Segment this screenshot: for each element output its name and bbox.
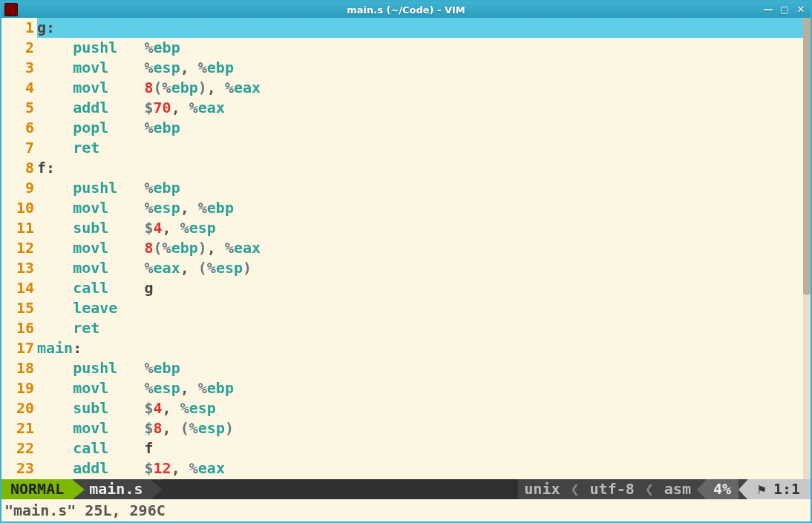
line-number: 10 [1,198,34,218]
line-number: 7 [1,138,34,158]
position-text: 1:1 [773,479,800,499]
maximize-button[interactable]: ▢ [779,4,790,15]
line-number: 3 [1,58,34,78]
code-line[interactable]: subl $4, %esp [37,218,803,238]
separator-icon [697,480,706,499]
code-line[interactable]: addl $70, %eax [37,98,803,118]
line-number: 22 [1,438,34,458]
line-number: 12 [1,238,34,258]
code-line[interactable]: call f [37,438,803,458]
code-line[interactable]: leave [37,298,803,318]
statusline-right: unix ❮ utf-8 ❮ asm 4% ⚑ 1:1 [518,479,811,499]
line-number: 11 [1,218,34,238]
code-line[interactable]: main: [37,338,803,358]
flag-icon: ⚑ [758,479,766,499]
status-line: NORMAL main.s unix ❮ utf-8 ❮ asm 4% ⚑ 1:… [1,479,811,499]
filetype-text: asm [658,479,697,499]
editor-area[interactable]: 1234567891011121314151617181920212223 g:… [1,18,811,479]
line-number-gutter: 1234567891011121314151617181920212223 [1,18,37,479]
line-number: 8 [1,158,34,178]
percent-segment: 4% [706,479,739,499]
vim-window: main.s (~/Code) - VIM — ▢ ✕ 123456789101… [0,0,812,523]
filename-segment: main.s [85,479,150,499]
line-number: 15 [1,298,34,318]
app-icon [4,3,18,16]
code-line[interactable]: movl %esp, %ebp [37,378,803,398]
code-line[interactable]: f: [37,158,803,178]
separator-icon [739,480,747,499]
percent-text: 4% [713,479,731,499]
line-number: 13 [1,258,34,278]
code-line[interactable]: pushl %ebp [37,358,803,378]
chevron-left-icon: ❮ [566,479,584,499]
close-button[interactable]: ✕ [796,4,806,15]
mode-indicator: NORMAL [1,479,73,499]
command-line[interactable]: "main.s" 25L, 296C [1,499,811,522]
code-line[interactable]: popl %ebp [37,118,803,138]
line-number: 16 [1,318,34,338]
window-title: main.s (~/Code) - VIM [347,4,465,16]
line-number: 9 [1,178,34,198]
line-number: 21 [1,418,34,438]
vertical-scrollbar[interactable] [803,18,811,479]
code-line[interactable]: ret [37,138,803,158]
line-number: 1 [1,18,34,38]
position-segment: ⚑ 1:1 [747,479,811,499]
code-line[interactable]: pushl %ebp [37,178,803,198]
code-line[interactable]: movl $8, (%esp) [37,418,803,438]
separator-icon [73,480,85,499]
mode-text: NORMAL [10,479,64,499]
line-number: 23 [1,458,34,478]
line-number: 18 [1,358,34,378]
encoding-text: utf-8 [584,479,641,499]
window-titlebar[interactable]: main.s (~/Code) - VIM — ▢ ✕ [1,1,811,18]
line-number: 2 [1,38,34,58]
statusline-spacer [163,479,519,499]
line-number: 4 [1,78,34,98]
code-line[interactable]: ret [37,318,803,338]
code-buffer[interactable]: g: pushl %ebp movl %esp, %ebp movl 8(%eb… [37,18,811,479]
code-line[interactable]: movl 8(%ebp), %eax [37,78,803,98]
code-line[interactable]: pushl %ebp [37,38,803,58]
code-line[interactable]: subl $4, %esp [37,398,803,418]
window-controls: — ▢ ✕ [763,4,806,15]
code-line[interactable]: movl %esp, %ebp [37,198,803,218]
code-line[interactable]: addl $12, %eax [37,458,803,478]
code-line[interactable]: movl %eax, (%esp) [37,258,803,278]
filename-text: main.s [89,480,143,498]
line-number: 14 [1,278,34,298]
line-number: 17 [1,338,34,358]
command-line-text: "main.s" 25L, 296C [4,501,166,519]
chevron-left-icon: ❮ [641,479,658,499]
scrollbar-thumb[interactable] [803,18,811,295]
separator-icon [151,480,163,499]
code-line[interactable]: g: [37,18,803,38]
code-line[interactable]: movl %esp, %ebp [37,58,803,78]
code-line[interactable]: movl 8(%ebp), %eax [37,238,803,258]
line-number: 20 [1,398,34,418]
line-number: 6 [1,118,34,138]
code-line[interactable]: call g [37,278,803,298]
line-number: 19 [1,378,34,398]
line-number: 5 [1,98,34,118]
fileformat-text: unix [518,479,566,499]
minimize-button[interactable]: — [763,4,773,15]
